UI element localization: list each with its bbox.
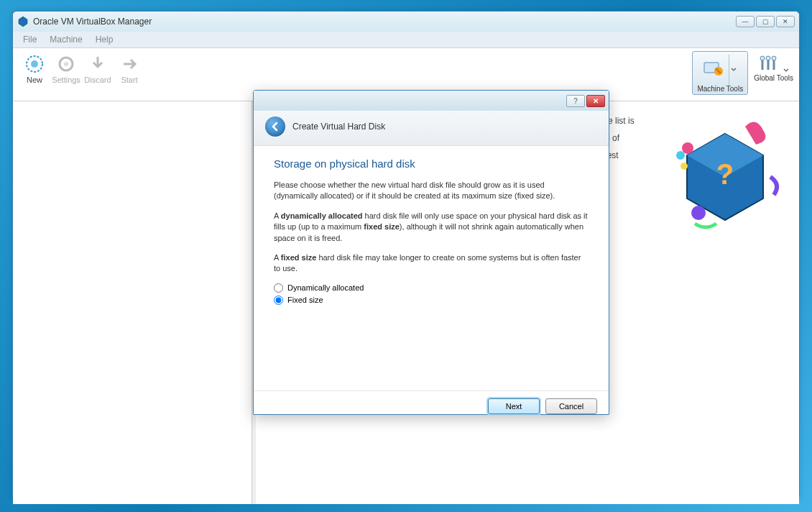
close-button[interactable]: ✕: [776, 16, 795, 27]
vm-list-panel[interactable]: [13, 101, 252, 504]
new-label: New: [27, 76, 42, 84]
dialog-footer: Next Cancel: [254, 390, 609, 421]
dialog-title: Create Virtual Hard Disk: [292, 122, 385, 132]
titlebar[interactable]: Oracle VM VirtualBox Manager — ▢ ✕: [13, 12, 799, 32]
settings-label: Settings: [52, 76, 80, 84]
cancel-button[interactable]: Cancel: [545, 398, 597, 414]
machine-tools-button[interactable]: Machine Tools: [692, 51, 748, 95]
app-icon: [17, 16, 29, 27]
start-label: Start: [121, 76, 137, 84]
dialog-paragraph-2: A dynamically allocated hard disk file w…: [274, 211, 589, 244]
global-tools-icon: [758, 66, 782, 74]
radio-fixed-size-input[interactable]: [274, 296, 283, 305]
radio-fixed-size-label: Fixed size: [287, 296, 323, 304]
radio-dynamically-allocated-label: Dynamically allocated: [287, 283, 364, 292]
virtualbox-logo: ?: [663, 112, 788, 238]
svg-marker-0: [19, 17, 27, 27]
gear-icon: [55, 52, 78, 76]
dialog-titlebar[interactable]: ? ✕: [254, 91, 609, 111]
discard-button[interactable]: Discard: [82, 51, 114, 86]
back-button[interactable]: [265, 116, 285, 137]
dialog-help-button[interactable]: ?: [566, 95, 585, 107]
svg-point-8: [766, 56, 770, 60]
dialog-header: Create Virtual Hard Disk: [254, 111, 609, 146]
start-icon: [118, 52, 141, 76]
radio-fixed-size[interactable]: Fixed size: [274, 296, 589, 305]
global-tools-label: Global Tools: [754, 74, 793, 82]
menu-machine[interactable]: Machine: [44, 33, 88, 46]
svg-point-15: [680, 163, 688, 170]
next-button[interactable]: Next: [488, 398, 540, 414]
new-button[interactable]: New: [19, 51, 50, 86]
window-controls: — ▢ ✕: [736, 16, 795, 27]
settings-button[interactable]: Settings: [50, 51, 82, 86]
svg-point-9: [772, 56, 776, 60]
maximize-button[interactable]: ▢: [756, 16, 775, 27]
discard-label: Discard: [84, 76, 111, 84]
svg-text:?: ?: [716, 158, 734, 190]
svg-point-7: [760, 56, 765, 60]
dialog-body: Storage on physical hard disk Please cho…: [254, 146, 609, 390]
machine-tools-label: Machine Tools: [697, 85, 743, 93]
dialog-paragraph-1: Please choose whether the new virtual ha…: [274, 180, 589, 202]
menubar: File Machine Help: [13, 32, 799, 48]
svg-point-2: [31, 60, 38, 68]
menu-help[interactable]: Help: [90, 33, 119, 46]
dialog-heading: Storage on physical hard disk: [274, 157, 589, 170]
global-tools-button[interactable]: Global Tools: [754, 51, 793, 95]
svg-point-16: [691, 206, 706, 220]
window-title: Oracle VM VirtualBox Manager: [33, 17, 736, 27]
machine-tools-icon: [703, 60, 724, 80]
create-virtual-hard-disk-dialog: ? ✕ Create Virtual Hard Disk Storage on …: [253, 90, 609, 415]
machine-tools-dropdown[interactable]: [729, 55, 737, 85]
discard-icon: [86, 52, 109, 76]
start-button[interactable]: Start: [114, 51, 145, 86]
minimize-button[interactable]: —: [736, 16, 755, 27]
new-icon: [23, 52, 46, 76]
svg-point-4: [64, 62, 68, 66]
dialog-paragraph-3: A fixed size hard disk file may take lon…: [274, 252, 589, 275]
svg-point-13: [682, 142, 693, 154]
menu-file[interactable]: File: [17, 33, 42, 46]
dialog-close-button[interactable]: ✕: [586, 95, 605, 107]
radio-dynamically-allocated[interactable]: Dynamically allocated: [274, 283, 589, 293]
svg-point-14: [676, 151, 685, 160]
radio-dynamically-allocated-input[interactable]: [274, 283, 283, 293]
